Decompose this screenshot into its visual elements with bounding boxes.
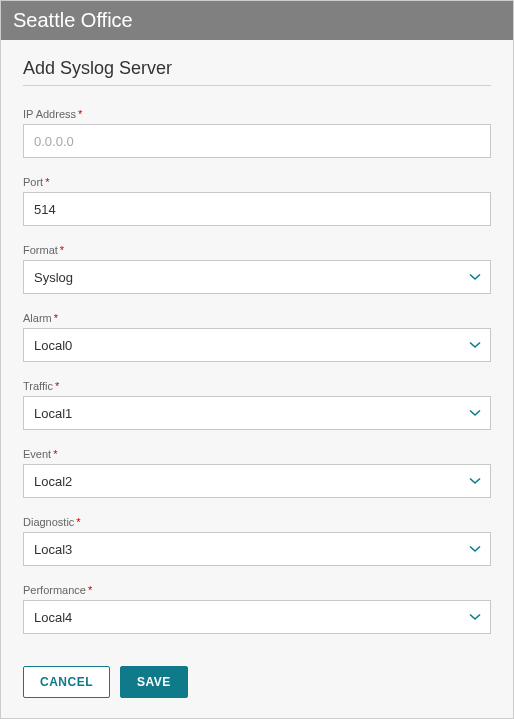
required-marker: *	[54, 312, 58, 324]
required-marker: *	[45, 176, 49, 188]
alarm-label: Alarm*	[23, 312, 491, 324]
field-port: Port*	[23, 176, 491, 226]
page-title: Add Syslog Server	[23, 58, 491, 86]
diagnostic-select[interactable]: Local3	[23, 532, 491, 566]
required-marker: *	[53, 448, 57, 460]
required-marker: *	[88, 584, 92, 596]
performance-select[interactable]: Local4	[23, 600, 491, 634]
field-traffic: Traffic* Local1	[23, 380, 491, 430]
content-area: Add Syslog Server IP Address* Port* Form…	[1, 40, 513, 718]
ip-address-label: IP Address*	[23, 108, 491, 120]
field-diagnostic: Diagnostic* Local3	[23, 516, 491, 566]
field-performance: Performance* Local4	[23, 584, 491, 634]
field-alarm: Alarm* Local0	[23, 312, 491, 362]
required-marker: *	[55, 380, 59, 392]
field-event: Event* Local2	[23, 448, 491, 498]
field-format: Format* Syslog	[23, 244, 491, 294]
required-marker: *	[60, 244, 64, 256]
window-header: Seattle Office	[1, 1, 513, 40]
required-marker: *	[76, 516, 80, 528]
port-input[interactable]	[23, 192, 491, 226]
window: Seattle Office Add Syslog Server IP Addr…	[0, 0, 514, 719]
format-label: Format*	[23, 244, 491, 256]
alarm-select[interactable]: Local0	[23, 328, 491, 362]
port-label: Port*	[23, 176, 491, 188]
performance-label: Performance*	[23, 584, 491, 596]
field-ip-address: IP Address*	[23, 108, 491, 158]
event-label: Event*	[23, 448, 491, 460]
window-title: Seattle Office	[13, 9, 133, 31]
event-select[interactable]: Local2	[23, 464, 491, 498]
cancel-button[interactable]: CANCEL	[23, 666, 110, 698]
button-row: CANCEL SAVE	[23, 666, 491, 698]
save-button[interactable]: SAVE	[120, 666, 188, 698]
required-marker: *	[78, 108, 82, 120]
format-select[interactable]: Syslog	[23, 260, 491, 294]
traffic-label: Traffic*	[23, 380, 491, 392]
diagnostic-label: Diagnostic*	[23, 516, 491, 528]
ip-address-input[interactable]	[23, 124, 491, 158]
traffic-select[interactable]: Local1	[23, 396, 491, 430]
